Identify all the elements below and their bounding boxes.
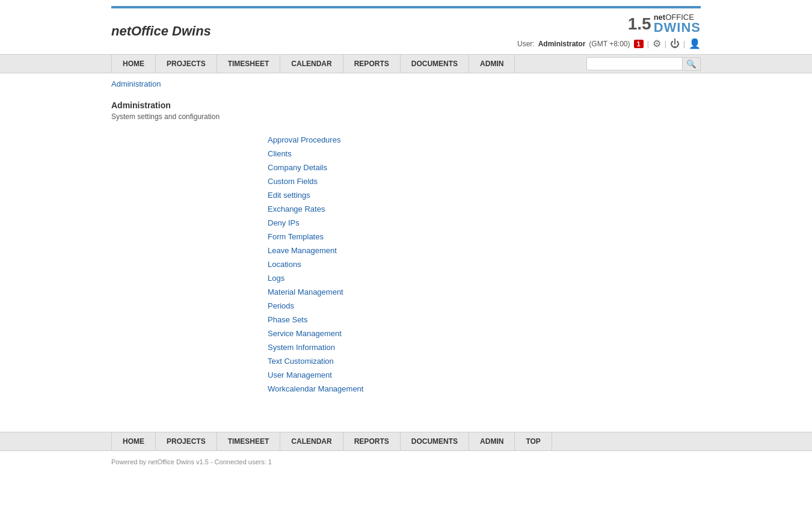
nav-item-home[interactable]: HOME: [111, 55, 156, 73]
app-title-text: netOffice Dwins: [111, 23, 211, 38]
admin-link-logs[interactable]: Logs: [268, 271, 701, 285]
user-info: User: Administrator (GMT +8:00) 1 | ⚙ | …: [517, 38, 701, 49]
admin-link-locations[interactable]: Locations: [268, 257, 701, 271]
app-title: netOffice Dwins: [111, 23, 211, 39]
footer-navbar: HOMEPROJECTSTIMESHEETCALENDARREPORTSDOCU…: [0, 432, 812, 451]
admin-link-material-management[interactable]: Material Management: [268, 285, 701, 299]
admin-link-clients[interactable]: Clients: [268, 147, 701, 161]
footer-nav-item-timesheet[interactable]: TIMESHEET: [217, 432, 281, 450]
footer-nav-item-reports[interactable]: REPORTS: [343, 432, 401, 450]
footer-nav-item-home[interactable]: HOME: [111, 432, 156, 450]
user-icon[interactable]: 👤: [689, 38, 701, 49]
admin-link-service-management[interactable]: Service Management: [268, 327, 701, 340]
footer-nav-item-projects[interactable]: PROJECTS: [156, 432, 217, 450]
admin-links-list: Approval ProceduresClientsCompany Detail…: [268, 133, 701, 396]
admin-link-text-customization[interactable]: Text Customization: [268, 354, 701, 368]
nav-item-calendar[interactable]: CALENDAR: [280, 55, 343, 73]
logo-area: 1.5 netOFFICE DWINS: [628, 13, 701, 34]
notification-badge[interactable]: 1: [634, 40, 644, 48]
header: netOffice Dwins 1.5 netOFFICE DWINS User…: [0, 8, 812, 54]
footer-nav-item-top[interactable]: TOP: [515, 432, 552, 450]
footer-nav-item-calendar[interactable]: CALENDAR: [280, 432, 343, 450]
power-icon[interactable]: ⏻: [670, 38, 680, 49]
breadcrumb-link[interactable]: Administration: [111, 79, 161, 88]
nav-search: 🔍: [586, 57, 701, 71]
powered-by: Powered by netOffice Dwins v1.5 - Connec…: [111, 458, 272, 465]
search-button[interactable]: 🔍: [683, 57, 701, 71]
admin-link-exchange-rates[interactable]: Exchange Rates: [268, 202, 701, 216]
main-content: Administration System settings and confi…: [0, 94, 812, 414]
navbar-inner: HOMEPROJECTSTIMESHEETCALENDARREPORTSDOCU…: [111, 55, 586, 73]
admin-link-custom-fields[interactable]: Custom Fields: [268, 174, 701, 188]
footer-nav-item-documents[interactable]: DOCUMENTS: [401, 432, 469, 450]
admin-link-user-management[interactable]: User Management: [268, 368, 701, 382]
user-timezone: (GMT +8:00): [589, 40, 630, 48]
nav-item-projects[interactable]: PROJECTS: [156, 55, 217, 73]
header-right: 1.5 netOFFICE DWINS User: Administrator …: [517, 13, 701, 49]
nav-item-reports[interactable]: REPORTS: [343, 55, 401, 73]
admin-link-leave-management[interactable]: Leave Management: [268, 244, 701, 257]
nav-item-admin[interactable]: ADMIN: [469, 55, 515, 73]
search-input[interactable]: [586, 57, 683, 70]
footer-text: Powered by netOffice Dwins v1.5 - Connec…: [0, 451, 812, 473]
logo-dwins: DWINS: [654, 21, 701, 34]
footer-nav-item-admin[interactable]: ADMIN: [469, 432, 515, 450]
settings-icon[interactable]: ⚙: [653, 38, 661, 49]
nav-item-documents[interactable]: DOCUMENTS: [401, 55, 469, 73]
nav-item-timesheet[interactable]: TIMESHEET: [217, 55, 281, 73]
logo-version: 1.5: [628, 14, 651, 34]
admin-link-approval-procedures[interactable]: Approval Procedures: [268, 133, 701, 147]
admin-link-phase-sets[interactable]: Phase Sets: [268, 313, 701, 327]
top-navbar: HOMEPROJECTSTIMESHEETCALENDARREPORTSDOCU…: [0, 54, 812, 73]
admin-link-company-details[interactable]: Company Details: [268, 161, 701, 174]
admin-link-system-information[interactable]: System Information: [268, 340, 701, 354]
logo-text: netOFFICE DWINS: [654, 13, 701, 34]
page-subtitle: System settings and configuration: [111, 112, 701, 121]
page-title: Administration: [111, 100, 701, 110]
admin-link-edit-settings[interactable]: Edit settings: [268, 188, 701, 202]
breadcrumb: Administration: [0, 73, 812, 94]
admin-link-periods[interactable]: Periods: [268, 299, 701, 313]
user-label: User:: [517, 40, 535, 48]
admin-link-workcalendar-management[interactable]: Workcalendar Management: [268, 382, 701, 396]
admin-link-deny-ips[interactable]: Deny IPs: [268, 216, 701, 230]
admin-link-form-templates[interactable]: Form Templates: [268, 230, 701, 244]
user-name: Administrator: [538, 40, 586, 48]
